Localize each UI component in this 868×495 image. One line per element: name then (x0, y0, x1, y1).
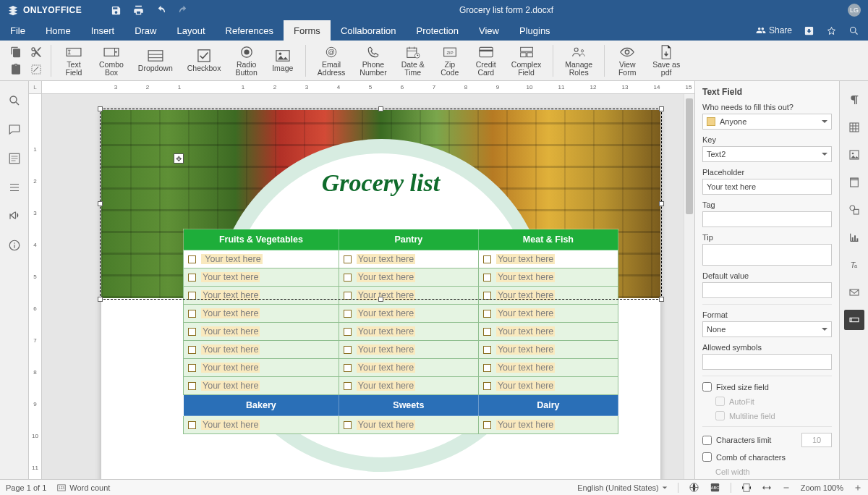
table-cell[interactable]: Your text here (478, 305, 618, 323)
table-cell[interactable]: Your text here (184, 268, 339, 287)
table-cell[interactable]: Your text here (339, 250, 478, 268)
table-cell[interactable]: Your text here (184, 416, 339, 434)
table-cell[interactable]: Your text here (339, 323, 478, 341)
complex-field-button[interactable]: Complex Field (504, 43, 548, 79)
dropdown-button[interactable]: Dropdown (131, 43, 180, 79)
menu-view[interactable]: View (469, 20, 509, 41)
tab-shape-icon[interactable] (844, 200, 864, 220)
vertical-ruler[interactable]: 123456789101112 (29, 94, 42, 479)
checkbox-field[interactable] (483, 310, 491, 318)
redo-icon[interactable] (178, 5, 189, 16)
table-cell[interactable]: Your text here (478, 250, 618, 268)
who-select[interactable]: Anyone (702, 114, 832, 130)
text-field-placeholder[interactable]: Your text here (357, 326, 415, 337)
format-select[interactable] (702, 321, 832, 337)
text-field-placeholder[interactable]: Your text here (357, 254, 415, 264)
credit-card-button[interactable]: Credit Card (468, 43, 504, 79)
table-cell[interactable]: Your text here (478, 341, 618, 359)
text-field-placeholder[interactable]: Your text here (496, 272, 555, 282)
checkbox-field[interactable] (344, 310, 352, 318)
menu-references[interactable]: References (216, 20, 284, 41)
text-field-placeholder[interactable]: Your text here (201, 254, 263, 264)
text-field-placeholder[interactable]: Your text here (201, 363, 260, 373)
text-field-button[interactable]: Text Field (56, 43, 92, 79)
table-cell[interactable]: Your text here (184, 305, 339, 323)
text-field-placeholder[interactable]: Your text here (496, 254, 555, 264)
checkbox-field[interactable] (188, 364, 196, 372)
checkbox-field[interactable] (483, 382, 491, 390)
paste-icon[interactable] (10, 64, 22, 75)
checkbox-field[interactable] (483, 346, 491, 354)
track-changes-icon[interactable]: ABC (710, 482, 720, 493)
tab-image-icon[interactable] (844, 145, 864, 165)
checkbox-field[interactable] (344, 421, 352, 429)
text-field-placeholder[interactable]: Your text here (496, 326, 555, 337)
checkbox-field[interactable] (344, 274, 352, 282)
select-all-icon[interactable] (30, 64, 42, 75)
checkbox-field[interactable] (188, 310, 196, 318)
checkbox-field[interactable] (344, 328, 352, 336)
checkbox-field[interactable] (483, 292, 491, 300)
tab-form-settings-icon[interactable] (844, 310, 864, 330)
text-field-placeholder[interactable]: Your text here (201, 344, 260, 355)
fit-page-icon[interactable] (741, 483, 752, 493)
table-cell[interactable]: Your text here (184, 341, 339, 359)
user-avatar[interactable]: LG (848, 4, 861, 17)
comb-checkbox[interactable]: Comb of characters (702, 452, 832, 462)
radio-button[interactable]: Radio Button (228, 43, 264, 79)
checkbox-field[interactable] (344, 292, 352, 300)
text-field-placeholder[interactable]: Your text here (201, 308, 260, 318)
table-cell[interactable]: Your text here (339, 268, 478, 287)
text-field-placeholder[interactable]: Your text here (496, 363, 555, 373)
headings-icon[interactable] (8, 152, 21, 165)
text-field-placeholder[interactable]: Your text here (357, 272, 415, 282)
checkbox-field[interactable] (188, 346, 196, 354)
checkbox-field[interactable] (483, 364, 491, 372)
share-button[interactable]: Share (756, 25, 792, 35)
combo-box-button[interactable]: Combo Box (92, 43, 131, 79)
text-field-placeholder[interactable]: Your text here (496, 290, 555, 300)
tip-input[interactable] (702, 244, 832, 266)
text-field-placeholder[interactable]: Your text here (496, 308, 555, 318)
text-field-placeholder[interactable]: Your text here (201, 272, 260, 282)
tab-chart-icon[interactable] (844, 227, 864, 248)
move-handle-icon[interactable]: ✥ (174, 153, 184, 164)
text-field-placeholder[interactable]: Your text here (357, 420, 415, 430)
checkbox-field[interactable] (188, 421, 196, 429)
table-cell[interactable]: Your text here (339, 416, 478, 434)
favorite-icon[interactable] (826, 25, 837, 36)
tab-header-icon[interactable] (844, 172, 864, 192)
text-field-placeholder[interactable]: Your text here (357, 381, 415, 391)
zoom-in-icon[interactable] (854, 483, 862, 492)
checkbox-field[interactable] (188, 382, 196, 390)
tab-paragraph-icon[interactable] (844, 90, 864, 110)
tab-mailmerge-icon[interactable] (844, 282, 864, 302)
zoom-level[interactable]: Zoom 100% (801, 483, 843, 492)
navigation-icon[interactable] (8, 181, 21, 194)
table-cell[interactable]: Your text here (478, 359, 618, 377)
chars-limit-checkbox[interactable]: Characters limit (702, 436, 771, 445)
menu-plugins[interactable]: Plugins (509, 20, 561, 41)
table-cell[interactable]: Your text here (478, 377, 618, 395)
menu-protection[interactable]: Protection (406, 20, 469, 41)
menu-insert[interactable]: Insert (81, 20, 125, 41)
manage-roles-button[interactable]: Manage Roles (558, 43, 600, 79)
email-button[interactable]: @Email Address (310, 43, 353, 79)
checkbox-field[interactable] (188, 255, 196, 263)
search-icon[interactable] (848, 25, 859, 36)
text-field-placeholder[interactable]: Your text here (357, 363, 415, 373)
text-field-placeholder[interactable]: Your text here (201, 326, 260, 337)
checkbox-field[interactable] (483, 421, 491, 429)
key-input[interactable] (702, 146, 832, 162)
menu-draw[interactable]: Draw (124, 20, 166, 41)
tab-table-icon[interactable] (844, 117, 864, 138)
checkbox-field[interactable] (344, 255, 352, 263)
table-cell[interactable]: Your text here (478, 323, 618, 341)
table-cell[interactable]: Your text here (339, 341, 478, 359)
checkbox-field[interactable] (344, 382, 352, 390)
save-as-pdf-button[interactable]: Save as pdf (645, 43, 687, 79)
text-field-placeholder[interactable]: Your text here (496, 344, 555, 355)
text-field-placeholder[interactable]: Your text here (357, 308, 415, 318)
text-field-placeholder[interactable]: Your text here (201, 381, 260, 391)
menu-collaboration[interactable]: Collaboration (331, 20, 407, 41)
